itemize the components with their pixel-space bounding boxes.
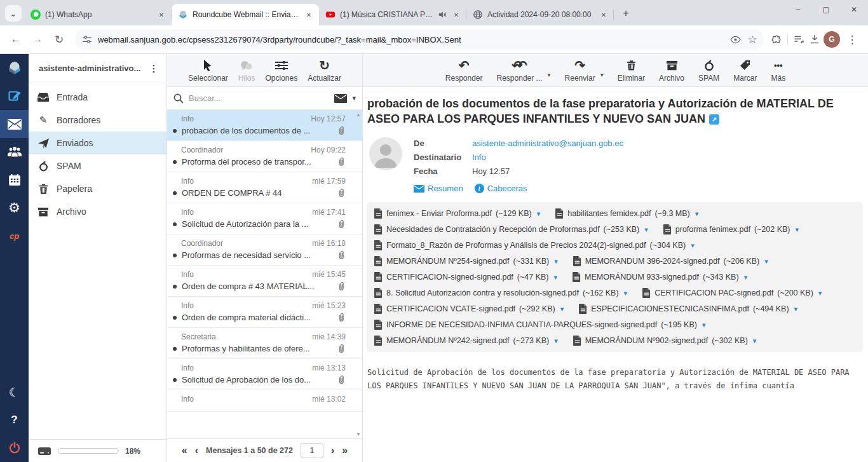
message-list-item[interactable]: Coordinador Hoy 09:22 Proforma del proce… xyxy=(167,141,362,172)
folder-item[interactable]: Enviados xyxy=(29,132,166,154)
site-info-icon[interactable] xyxy=(81,34,93,45)
new-tab-button[interactable]: + xyxy=(618,5,634,22)
folder-item[interactable]: Papelera xyxy=(29,177,166,200)
media-controls-icon[interactable] xyxy=(793,33,806,46)
attachment-item[interactable]: INFORME DE NECESIDAD-INFIMA CUANTIA-PARQ… xyxy=(374,320,705,330)
attachment-item[interactable]: proforma fenimex.pdf (~202 KB) ▾ xyxy=(663,224,799,234)
folder-item[interactable]: SPAM xyxy=(29,154,166,177)
message-list-item[interactable]: Info mié 17:41 Solicitud de Autorización… xyxy=(167,203,362,234)
threads-button[interactable]: Hilos xyxy=(238,58,255,83)
message-list-item[interactable]: Info mié 13:13 Solicitud de Aprobación d… xyxy=(167,359,362,390)
open-in-new-icon[interactable]: ↗ xyxy=(709,114,719,125)
message-list-item[interactable]: Info Hoy 12:57 probación de los document… xyxy=(167,110,362,141)
contacts-nav-icon[interactable] xyxy=(0,138,29,166)
attachment-menu-caret-icon[interactable]: ▾ xyxy=(624,289,628,297)
browser-tab[interactable]: (1) WhatsApp ✕ xyxy=(24,4,172,25)
attachment-item[interactable]: MEMORÁNDUM 933-signed.pdf (~343 KB) ▾ xyxy=(573,272,747,282)
tab-close-icon[interactable]: ✕ xyxy=(451,10,461,20)
calendar-nav-icon[interactable] xyxy=(0,166,29,194)
message-list-item[interactable]: Secretaria mié 14:39 Proformas y habilit… xyxy=(167,328,362,359)
refresh-button[interactable]: ↻ Actualizar xyxy=(308,58,341,83)
message-list-item[interactable]: Info mié 13:02 xyxy=(167,390,362,412)
logout-power-icon[interactable] xyxy=(0,434,29,462)
list-scrollbar[interactable]: ▴ ▾ xyxy=(355,110,362,438)
maximize-button[interactable]: ▢ xyxy=(812,0,840,19)
scroll-up-icon[interactable]: ▴ xyxy=(357,111,360,118)
attachment-menu-caret-icon[interactable]: ▾ xyxy=(764,257,768,266)
folder-item[interactable]: Archivo xyxy=(29,200,166,223)
archive-button[interactable]: Archivo xyxy=(659,58,684,83)
prev-page-button[interactable]: ‹ xyxy=(195,445,198,456)
reload-button[interactable]: ↻ xyxy=(50,30,69,49)
attachment-item[interactable]: CERTIFICACION VCATE-signed.pdf (~292 KB)… xyxy=(374,304,564,314)
attachment-item[interactable]: ESPECIFICACIONESTECNICASINFIMA.pdf (~494… xyxy=(579,304,797,314)
from-address[interactable]: asistente-administrativo@sanjuan.gob.ec xyxy=(472,137,623,150)
bookmark-star-icon[interactable]: ☆ xyxy=(748,33,757,46)
forward-caret-icon[interactable]: ▾ xyxy=(600,71,604,78)
attachment-menu-caret-icon[interactable]: ▾ xyxy=(796,226,799,234)
tab-audio-icon[interactable] xyxy=(438,10,447,19)
attachment-menu-caret-icon[interactable]: ▾ xyxy=(554,273,558,282)
attachment-menu-caret-icon[interactable]: ▾ xyxy=(537,210,541,218)
attachment-item[interactable]: 8. Solicitud Autorización contra y resol… xyxy=(374,288,627,298)
download-icon[interactable] xyxy=(808,33,821,46)
attachment-menu-caret-icon[interactable]: ▾ xyxy=(691,241,695,250)
omnibox[interactable]: webmail.sanjuan.gob.ec/cpsess2312679074/… xyxy=(75,29,764,50)
search-input[interactable] xyxy=(189,93,329,103)
settings-gear-icon[interactable]: ⚙ xyxy=(0,194,29,222)
attachment-menu-caret-icon[interactable]: ▾ xyxy=(753,337,757,345)
scroll-down-icon[interactable]: ▾ xyxy=(357,431,360,437)
spam-button[interactable]: SPAM xyxy=(698,58,719,83)
attachment-menu-caret-icon[interactable]: ▾ xyxy=(744,273,748,282)
attachment-item[interactable]: MEMORÁNDUM Nº254-signed.pdf (~331 KB) ▾ xyxy=(374,256,558,266)
attachment-menu-caret-icon[interactable]: ▾ xyxy=(794,305,798,313)
account-menu-kebab-icon[interactable]: ⋮ xyxy=(146,63,161,74)
summary-link[interactable]: Resumen xyxy=(414,184,463,193)
tab-close-icon[interactable]: ✕ xyxy=(156,10,166,20)
first-page-button[interactable]: « xyxy=(182,445,187,456)
message-list-item[interactable]: Info mié 15:45 Orden de compra # 43 MATE… xyxy=(167,266,362,297)
attachment-menu-caret-icon[interactable]: ▾ xyxy=(644,226,648,234)
reply-all-caret-icon[interactable]: ▾ xyxy=(548,71,551,78)
reply-button[interactable]: ↶Responder xyxy=(445,58,483,83)
minimize-button[interactable]: – xyxy=(784,0,812,19)
close-window-button[interactable]: ✕ xyxy=(840,0,868,19)
attachment-menu-caret-icon[interactable]: ▾ xyxy=(560,305,564,313)
attachment-item[interactable]: Formato_8_Razón de Proformas y Análisis … xyxy=(374,240,695,250)
attachment-menu-caret-icon[interactable]: ▾ xyxy=(818,289,822,297)
attachment-item[interactable]: Necesidades de Contratación y Recepción … xyxy=(374,224,648,234)
dark-mode-moon-icon[interactable]: ☾ xyxy=(0,378,29,406)
roundcube-logo[interactable] xyxy=(0,54,29,82)
forward-button[interactable]: → xyxy=(28,30,47,49)
select-button[interactable]: Seleccionar xyxy=(188,58,228,83)
extensions-icon[interactable] xyxy=(770,34,782,46)
attachment-item[interactable]: CERTIFICACION-signed-signed.pdf (~47 KB)… xyxy=(374,272,557,282)
browser-menu-kebab-icon[interactable]: ⋮ xyxy=(843,30,862,49)
browser-tab[interactable]: Roundcube Webmail :: Enviado: ✕ xyxy=(172,4,319,25)
attachment-menu-caret-icon[interactable]: ▾ xyxy=(695,210,699,218)
eye-icon[interactable] xyxy=(729,34,742,46)
search-scope-caret-icon[interactable]: ▾ xyxy=(352,94,356,102)
cpanel-icon[interactable]: cp xyxy=(0,222,29,250)
url-text[interactable]: webmail.sanjuan.gob.ec/cpsess2312679074/… xyxy=(98,35,724,44)
message-list-item[interactable]: Coordinador mié 16:18 Proformas de neces… xyxy=(167,234,362,266)
folder-item[interactable]: ✎ Borradores xyxy=(29,109,166,132)
attachment-item[interactable]: MEMORÁNDUM Nº242-signed.pdf (~273 KB) ▾ xyxy=(374,336,558,346)
attachment-item[interactable]: MEMORANDUM 396-2024-signed.pdf (~206 KB)… xyxy=(573,256,768,266)
attachment-item[interactable]: fenimex - Enviar Proforma.pdf (~129 KB) … xyxy=(374,208,540,219)
attachment-item[interactable]: CERTIFICACION PAC-signed.pdf (~200 KB) ▾ xyxy=(642,288,822,298)
list-options-button[interactable]: Opciones xyxy=(265,58,297,83)
message-list-item[interactable]: Info mié 17:59 ORDEN DE COMPRA # 44 xyxy=(167,172,362,203)
attachment-item[interactable]: MEMORÁNDUM Nº902-signed.pdf (~302 KB) ▾ xyxy=(573,336,757,346)
help-icon[interactable]: ? xyxy=(0,406,29,434)
headers-link[interactable]: i Cabeceras xyxy=(475,184,527,193)
mark-tag-button[interactable]: Marcar xyxy=(733,58,757,83)
message-list-item[interactable]: Info mié 15:23 Orden de compra material … xyxy=(167,297,362,328)
mail-nav-icon[interactable] xyxy=(0,110,29,138)
profile-avatar[interactable]: G xyxy=(824,31,840,48)
page-number-input[interactable] xyxy=(301,443,323,458)
back-button[interactable]: ← xyxy=(6,30,25,49)
forward-button[interactable]: ↷Reenviar xyxy=(565,58,595,83)
search-scope-mail-icon[interactable] xyxy=(334,94,347,103)
to-address[interactable]: Info xyxy=(472,151,486,164)
